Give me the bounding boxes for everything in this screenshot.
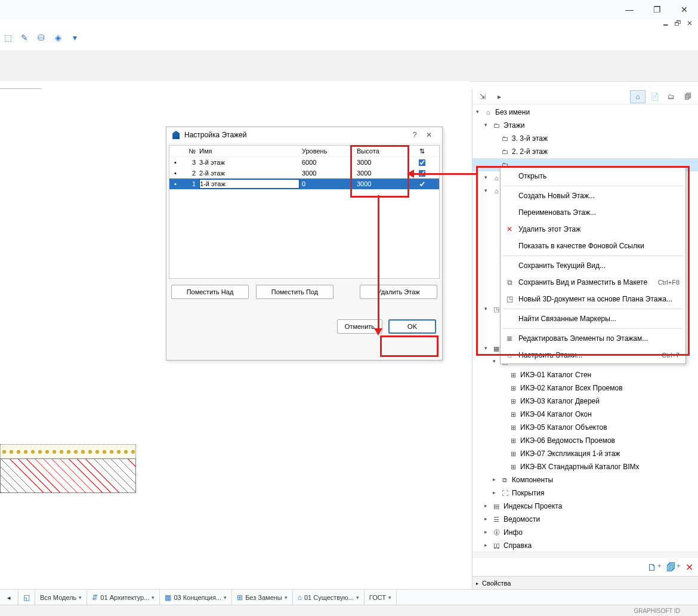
grid-row[interactable]: 3 3-й этаж 6000 3000 [169, 157, 439, 168]
col-level: Уровень [301, 147, 356, 155]
status-model-filter[interactable]: Вся Модель▾ [35, 590, 87, 605]
table-icon: ⊞ [508, 411, 518, 418]
dialog-titlebar[interactable]: Настройка Этажей ? ✕ [166, 127, 442, 143]
tree-story-item[interactable]: 🗀 2. 2-й этаж [472, 145, 698, 158]
cell-height[interactable]: 3000 [356, 170, 413, 177]
status-bar: ◂ ◱ Вся Модель▾ ⇵01 Архитектур...▾ ▦03 К… [0, 589, 698, 605]
menu-save-view[interactable]: Сохранить Текущий Вид... [501, 257, 685, 274]
tree-project-indexes[interactable]: ▸▤Индексы Проекта [472, 500, 698, 513]
status-layers-icon[interactable]: ◱ [18, 590, 35, 605]
status-arrow-left[interactable]: ◂ [0, 590, 18, 605]
menu-delete-story[interactable]: ✕Удалить этот Этаж [501, 221, 685, 238]
cell-show-checkbox[interactable] [419, 180, 426, 187]
tree-schedule-item[interactable]: ⊞ИКЭ-03 Каталог Дверей [472, 395, 698, 408]
cancel-button[interactable]: Отменить [337, 319, 382, 334]
nav-action-menu[interactable]: ▸ [492, 90, 507, 103]
menu-rename-story[interactable]: Переименовать Этаж... [501, 204, 685, 221]
cell-name[interactable]: 2-й этаж [198, 170, 301, 177]
navigator-toolbar: ⇲ ▸ ⌂ 📄 🗂 🗐 [472, 90, 698, 104]
window-close-button[interactable]: ✕ [671, 0, 698, 19]
properties-bar[interactable]: ▸ Свойства [472, 576, 698, 590]
tree-label: Инфо [504, 528, 523, 537]
menu-edit-by-story[interactable]: ≣Редактировать Элементы по Этажам... [501, 330, 685, 347]
cell-name[interactable]: 3-й этаж [198, 159, 301, 166]
tree-lists[interactable]: ▸☰Ведомости [472, 513, 698, 526]
cell-height[interactable]: 3000 [356, 159, 413, 166]
tree-info[interactable]: ▸🛈Инфо [472, 526, 698, 539]
tree-schedule-item[interactable]: ⊞ИКЭ-04 Каталог Окон [472, 408, 698, 421]
clone-view-icon[interactable]: 🗐⁺ [666, 562, 681, 573]
graphisoft-id[interactable]: GRAPHISOFT ID [634, 608, 680, 614]
mdi-restore-icon[interactable]: 🗗 [673, 19, 682, 27]
tree-story-item[interactable]: 🗀 3. 3-й этаж [472, 132, 698, 145]
tree-surfaces[interactable]: ▸⛶Покрытия [472, 486, 698, 500]
status-renovation[interactable]: ⌂01 Существую...▾ [293, 590, 365, 605]
toolbar-icon-3[interactable]: ⛁ [35, 31, 48, 44]
toolbar-icon-1[interactable]: ⬚ [1, 31, 14, 44]
tree-schedule-item[interactable]: ⊞ИКЭ-02 Каталог Всех Проемов [472, 381, 698, 395]
dialog-help-button[interactable]: ? [407, 131, 422, 139]
insert-below-button[interactable]: Поместить Под [256, 285, 333, 299]
insert-above-button[interactable]: Поместить Над [171, 285, 249, 299]
table-icon: ⊞ [508, 424, 518, 432]
menu-show-as-trace[interactable]: Показать в качестве Фоновой Ссылки [501, 238, 685, 254]
grid-row[interactable]: 2 2-й этаж 3000 3000 [169, 168, 439, 178]
story-grid[interactable]: № Имя Уровень Высота ⇅ 3 3-й этаж 6000 3… [169, 145, 440, 279]
nav-tab-publisher[interactable]: 🗐 [680, 90, 696, 103]
status-scale[interactable]: ▦03 Концепция...▾ [160, 590, 232, 605]
status-standard[interactable]: ГОСТ▾ [365, 590, 397, 605]
cell-level[interactable]: 6000 [301, 159, 356, 166]
nav-tab-project-map[interactable]: ⌂ [630, 90, 646, 103]
footer-bar: GRAPHISOFT ID [0, 605, 698, 616]
info-icon: 🛈 [492, 529, 501, 536]
mdi-close-icon[interactable]: ✕ [685, 19, 694, 27]
tree-components[interactable]: ▸⧉Компоненты [472, 473, 698, 486]
tree-root[interactable]: ▾⌂ Без имени [472, 106, 698, 119]
status-override[interactable]: ⊞Без Замены▾ [232, 590, 293, 605]
tree-label: Компоненты [512, 476, 553, 484]
tree-stories-group[interactable]: ▾ 🗀 Этажи [472, 119, 698, 132]
dialog-close-button[interactable]: ✕ [422, 131, 436, 139]
cell-height[interactable]: 3000 [356, 180, 413, 187]
tree-schedule-item[interactable]: ⊞ИКЭ-07 Экспликация 1-й этаж [472, 447, 698, 460]
ok-button[interactable]: OK [388, 319, 436, 334]
nav-tab-view-map[interactable]: 📄 [647, 90, 662, 103]
tree-label: Покрытия [512, 489, 545, 497]
navigator-scrollbar[interactable] [472, 552, 698, 558]
cell-show-checkbox[interactable] [419, 159, 426, 166]
grid-row-selected[interactable]: 1 1-й этаж 0 3000 [169, 178, 439, 189]
delete-story-button[interactable]: Удалить Этаж [360, 285, 437, 299]
toolbar-icon-2[interactable]: ✎ [18, 31, 31, 44]
cell-level[interactable]: 0 [301, 180, 356, 187]
menu-find-markers[interactable]: Найти Связанные Маркеры... [501, 310, 685, 327]
menu-save-place[interactable]: ⧉Сохранить Вид и Разместить в МакетеCtrl… [501, 274, 685, 291]
window-minimize-button[interactable]: — [616, 0, 643, 19]
tree-schedule-item[interactable]: ⊞ИКЭ-06 Ведомость Проемов [472, 434, 698, 447]
mdi-minimize-icon[interactable]: 🗕 [661, 19, 671, 27]
delete-view-icon[interactable]: ✕ [685, 562, 693, 573]
brick-hatch-icon [0, 458, 136, 493]
cell-show-checkbox[interactable] [419, 170, 426, 177]
status-layer-combo[interactable]: ⇵01 Архитектур...▾ [87, 590, 160, 605]
window-maximize-button[interactable]: ❐ [643, 0, 671, 19]
toolbar-icon-4[interactable]: ◈ [51, 31, 64, 44]
tree-schedule-item[interactable]: ⊞ИКЭ-ВХ Стандартный Каталог BIMx [472, 460, 698, 473]
tree-label: ИКЭ-04 Каталог Окон [520, 410, 592, 418]
stories-icon: ⌂ [504, 351, 515, 359]
chevron-right-icon: ▸ [476, 581, 478, 586]
tree-label: 2. 2-й этаж [512, 147, 548, 156]
cell-name-edit[interactable]: 1-й этаж [199, 179, 299, 189]
menu-new-3d-doc[interactable]: ◳Новый 3D-документ на основе Плана Этажа… [501, 291, 685, 307]
menu-story-settings[interactable]: ⌂Настроить Этажи...Ctrl+7 [501, 347, 685, 364]
menu-new-story[interactable]: Создать Новый Этаж... [501, 187, 685, 204]
tree-help[interactable]: ▸🕮Справка [472, 539, 698, 552]
tree-schedule-item[interactable]: ⊞ИКЭ-05 Каталог Объектов [472, 421, 698, 434]
toolbar-dropdown-icon[interactable]: ▾ [68, 31, 81, 44]
new-view-icon[interactable]: 🗋⁺ [647, 562, 662, 573]
nav-tab-layout-book[interactable]: 🗂 [663, 90, 679, 103]
tree-label: Ведомости [504, 515, 540, 523]
cell-level[interactable]: 3000 [301, 170, 356, 177]
nav-action-button[interactable]: ⇲ [475, 90, 490, 103]
tree-schedule-item[interactable]: ⊞ИКЭ-01 Каталог Стен [472, 368, 698, 381]
menu-open[interactable]: Открыть [501, 168, 685, 184]
